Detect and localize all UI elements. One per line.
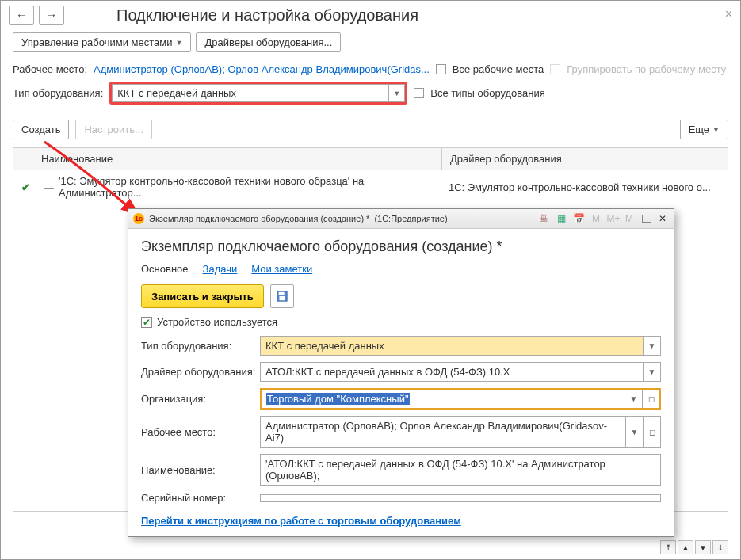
configure-button: Настроить... [75, 120, 151, 139]
serial-field[interactable] [260, 494, 661, 502]
create-button[interactable]: Создать [13, 120, 69, 139]
serial-field-label: Серийный номер: [141, 492, 260, 504]
driver-field-label: Драйвер оборудования: [141, 366, 260, 378]
dialog-window-title: Экземпляр подключаемого оборудования (со… [149, 214, 369, 223]
group-by-workplace-checkbox [550, 64, 560, 74]
floppy-icon [277, 291, 288, 302]
equipment-type-label: Тип оборудования: [13, 87, 103, 99]
tab-tasks[interactable]: Задачи [203, 263, 238, 275]
tab-main[interactable]: Основное [141, 263, 189, 275]
dialog-close-icon[interactable]: ✕ [656, 212, 669, 225]
chevron-down-icon: ▼ [175, 39, 182, 47]
table-header-name[interactable]: Наименование [33, 148, 442, 170]
row-name: '1С: Эмулятор контрольно-кассовой техник… [59, 175, 442, 199]
workplace-field-label: Рабочее место: [141, 426, 260, 438]
organization-field[interactable]: Торговый дом "Комплексный" [262, 390, 625, 408]
m-plus-button[interactable]: M+ [607, 212, 620, 225]
driver-dropdown[interactable]: ▼ [644, 362, 661, 382]
equipment-drivers-button[interactable]: Драйверы оборудования... [196, 32, 341, 52]
equipment-instance-dialog: 1c Экземпляр подключаемого оборудования … [128, 208, 674, 537]
page-last-button[interactable]: ⤓ [712, 540, 728, 554]
row-driver: 1С: Эмулятор контрольно-кассовой техники… [442, 181, 728, 193]
name-field-label: Наименование: [141, 464, 260, 476]
workplace-dropdown[interactable]: ▼ [626, 416, 644, 448]
organization-open-button[interactable]: ◻ [642, 390, 659, 408]
tab-notes[interactable]: Мои заметки [251, 263, 312, 275]
instructions-link[interactable]: Перейти к инструкциям по работе с торгов… [141, 515, 461, 527]
device-used-checkbox[interactable]: ✔ [141, 317, 152, 328]
workplace-link[interactable]: Администратор (ОрловАВ); Орлов Александр… [94, 63, 430, 75]
save-button[interactable] [270, 284, 294, 308]
page-first-button[interactable]: ⤒ [660, 540, 676, 554]
workplace-open-button[interactable]: ◻ [644, 416, 661, 448]
all-workplaces-checkbox[interactable] [436, 64, 446, 74]
organization-field-label: Организация: [141, 393, 260, 405]
group-by-workplace-label: Группировать по рабочему месту [567, 63, 726, 75]
nav-forward-button[interactable]: → [39, 6, 64, 25]
equipment-type-select[interactable]: ККТ с передачей данных [112, 84, 389, 102]
organization-value: Торговый дом "Комплексный" [266, 393, 410, 405]
name-field[interactable]: 'АТОЛ:ККТ с передачей данных в ОФД (54-Ф… [260, 454, 661, 486]
equipment-type-field[interactable]: ККТ с передачей данных [260, 336, 644, 356]
dialog-window-subtitle: (1С:Предприятие) [374, 214, 447, 223]
all-equipment-types-checkbox[interactable] [414, 88, 424, 98]
equipment-type-dropdown-button[interactable]: ▼ [389, 84, 405, 102]
driver-field[interactable]: АТОЛ:ККТ с передачей данных в ОФД (54-ФЗ… [260, 362, 644, 382]
all-equipment-types-label: Все типы оборудования [430, 87, 545, 99]
maximize-icon[interactable] [642, 215, 651, 223]
pager: ⤒ ▲ ▼ ⤓ [660, 540, 728, 554]
dialog-heading: Экземпляр подключаемого оборудования (со… [141, 238, 661, 255]
equipment-type-field-label: Тип оборудования: [141, 340, 260, 352]
more-button[interactable]: Еще ▼ [680, 120, 728, 139]
calendar-icon[interactable]: 📅 [572, 212, 585, 225]
chevron-down-icon: ▼ [712, 126, 720, 134]
save-and-close-button[interactable]: Записать и закрыть [141, 284, 264, 308]
svg-rect-1 [278, 292, 284, 295]
workplace-field[interactable]: Администратор (ОрловАВ); Орлов Александр… [260, 416, 626, 448]
close-icon[interactable]: × [725, 7, 732, 21]
organization-dropdown[interactable]: ▼ [625, 390, 642, 408]
print-icon[interactable]: 🖶 [537, 212, 550, 225]
more-label: Еще [689, 124, 709, 135]
device-used-label: Устройство используется [157, 316, 277, 328]
page-title: Подключение и настройка оборудования [116, 6, 418, 25]
minus-icon: — [44, 181, 54, 193]
svg-rect-2 [279, 296, 285, 300]
page-down-button[interactable]: ▼ [695, 540, 711, 554]
workplace-label: Рабочее место: [13, 63, 87, 75]
m-button[interactable]: M [590, 212, 602, 225]
table-header-driver[interactable]: Драйвер оборудования [442, 148, 728, 170]
page-up-button[interactable]: ▲ [678, 540, 693, 554]
m-minus-button[interactable]: M- [625, 212, 637, 225]
check-icon: ✔ [21, 181, 30, 193]
equipment-type-dropdown[interactable]: ▼ [644, 336, 661, 356]
table-row[interactable]: ✔ — '1С: Эмулятор контрольно-кассовой те… [13, 170, 728, 204]
manage-workplaces-label: Управление рабочими местами [21, 36, 172, 48]
grid-icon[interactable]: ▦ [555, 212, 567, 225]
nav-back-button[interactable]: ← [9, 6, 34, 25]
1c-icon: 1c [133, 213, 144, 224]
manage-workplaces-button[interactable]: Управление рабочими местами ▼ [13, 32, 191, 52]
all-workplaces-label: Все рабочие места [453, 63, 544, 75]
